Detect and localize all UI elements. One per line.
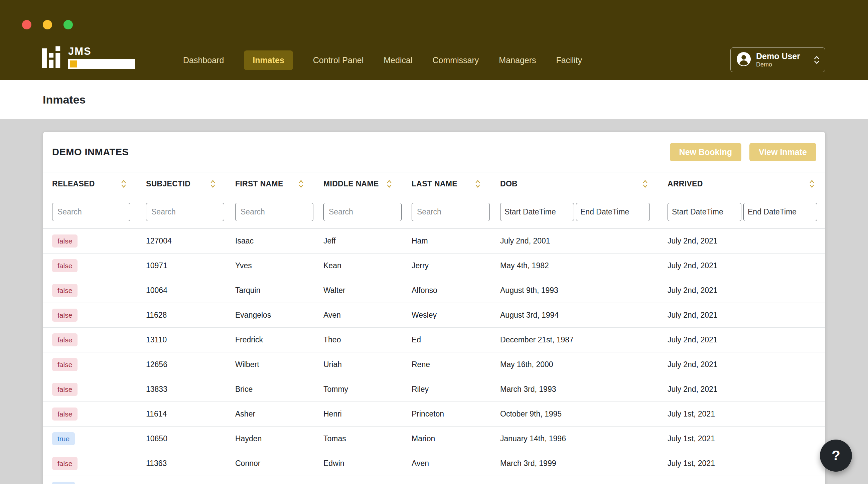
arrived-end-datetime-input[interactable] bbox=[743, 203, 817, 221]
last-name-cell: Jerry bbox=[403, 261, 491, 270]
column-header-middle[interactable]: MIDDLE NAME bbox=[314, 172, 403, 195]
released-badge: false bbox=[52, 457, 78, 470]
first-name-cell: Yves bbox=[226, 261, 314, 270]
last-name-cell: Princeton bbox=[403, 410, 491, 419]
column-header-first[interactable]: FIRST NAME bbox=[226, 172, 314, 195]
nav-item-commissary[interactable]: Commissary bbox=[432, 56, 479, 65]
table-row[interactable]: true bbox=[43, 476, 825, 484]
card-header: DEMO INMATES New Booking View Inmate bbox=[43, 132, 825, 172]
subjectid-cell: 10971 bbox=[137, 261, 226, 270]
column-header-released[interactable]: RELEASED bbox=[43, 172, 137, 195]
first-name-search-input[interactable] bbox=[235, 203, 313, 221]
dob-end-datetime-input[interactable] bbox=[576, 203, 650, 221]
column-header-dob[interactable]: DOB bbox=[491, 172, 658, 195]
released-cell: false bbox=[43, 309, 137, 322]
arrived-filter-cell bbox=[658, 203, 825, 221]
last-name-cell: Alfonso bbox=[403, 286, 491, 295]
window-maximize-button[interactable] bbox=[63, 20, 73, 29]
released-search-input[interactable] bbox=[52, 203, 130, 221]
column-header-subjectid[interactable]: SUBJECTID bbox=[137, 172, 226, 195]
window-minimize-button[interactable] bbox=[43, 20, 52, 29]
released-cell: false bbox=[43, 234, 137, 248]
nav-item-control-panel[interactable]: Control Panel bbox=[313, 56, 364, 65]
subjectid-cell: 12656 bbox=[137, 360, 226, 369]
first-name-cell: Tarquin bbox=[226, 286, 314, 295]
table-row[interactable]: false12656WilbertUriahReneMay 16th, 2000… bbox=[43, 352, 825, 377]
column-header-last[interactable]: LAST NAME bbox=[403, 172, 491, 195]
subjectid-search-input[interactable] bbox=[146, 203, 224, 221]
table-row[interactable]: false13833BriceTommyRileyMarch 3rd, 1993… bbox=[43, 377, 825, 402]
page-title-bar: Inmates bbox=[0, 80, 868, 119]
inmates-table: RELEASEDSUBJECTIDFIRST NAMEMIDDLE NAMELA… bbox=[43, 172, 825, 484]
last-name-cell: Wesley bbox=[403, 311, 491, 320]
nav-item-dashboard[interactable]: Dashboard bbox=[183, 56, 224, 65]
view-inmate-button[interactable]: View Inmate bbox=[749, 143, 816, 161]
column-label: ARRIVED bbox=[668, 180, 703, 188]
released-badge: false bbox=[52, 309, 78, 322]
middle-name-cell: Theo bbox=[314, 335, 403, 344]
middle-name-search-input[interactable] bbox=[323, 203, 402, 221]
middle-name-cell: Edwin bbox=[314, 459, 403, 468]
inmates-card: DEMO INMATES New Booking View Inmate REL… bbox=[43, 132, 826, 484]
table-row[interactable]: false11628EvangelosAvenWesleyAugust 3rd,… bbox=[43, 303, 825, 328]
nav-item-medical[interactable]: Medical bbox=[383, 56, 412, 65]
released-badge: false bbox=[52, 259, 78, 272]
card-title: DEMO INMATES bbox=[52, 147, 129, 158]
subjectid-cell: 13110 bbox=[137, 335, 226, 344]
first-name-cell: Brice bbox=[226, 385, 314, 394]
released-cell: true bbox=[43, 482, 137, 484]
last-name-cell: Rene bbox=[403, 360, 491, 369]
released-cell: false bbox=[43, 408, 137, 421]
nav-item-facility[interactable]: Facility bbox=[556, 56, 582, 65]
subjectid-cell: 11614 bbox=[137, 410, 226, 419]
released-cell: true bbox=[43, 432, 137, 445]
last-name-search-input[interactable] bbox=[412, 203, 490, 221]
subjectid-cell: 11628 bbox=[137, 311, 226, 320]
card-actions: New Booking View Inmate bbox=[670, 143, 816, 161]
arrived-start-datetime-input[interactable] bbox=[668, 203, 741, 221]
dob-cell: December 21st, 1987 bbox=[491, 335, 658, 344]
nav-item-managers[interactable]: Managers bbox=[499, 56, 536, 65]
user-role: Demo bbox=[756, 61, 809, 67]
logo-underline-bar bbox=[68, 59, 135, 69]
new-booking-button[interactable]: New Booking bbox=[670, 143, 741, 161]
brand-name: JMS bbox=[68, 46, 135, 57]
dob-cell: January 14th, 1996 bbox=[491, 434, 658, 443]
released-cell: false bbox=[43, 284, 137, 297]
arrived-cell: July 2nd, 2021 bbox=[658, 236, 825, 246]
table-row[interactable]: false11363ConnorEdwinAvenMarch 3rd, 1999… bbox=[43, 451, 825, 476]
last-name-filter-cell bbox=[403, 203, 491, 221]
dob-cell: May 16th, 2000 bbox=[491, 360, 658, 369]
arrived-cell: July 2nd, 2021 bbox=[658, 360, 825, 369]
nav-item-inmates[interactable]: Inmates bbox=[244, 51, 293, 70]
dob-cell: October 9th, 1995 bbox=[491, 410, 658, 419]
arrived-cell: July 2nd, 2021 bbox=[658, 286, 825, 295]
sort-icon bbox=[210, 180, 216, 188]
main-nav: DashboardInmatesControl PanelMedicalComm… bbox=[183, 50, 582, 71]
window-controls bbox=[22, 20, 73, 29]
help-button[interactable]: ? bbox=[820, 440, 852, 472]
table-row[interactable]: false13110FredrickTheoEdDecember 21st, 1… bbox=[43, 328, 825, 352]
column-label: LAST NAME bbox=[412, 180, 457, 188]
window-close-button[interactable] bbox=[22, 20, 31, 29]
released-cell: false bbox=[43, 333, 137, 346]
subjectid-filter-cell bbox=[137, 203, 226, 221]
table-row[interactable]: false127004IsaacJeffHamJuly 2nd, 2001Jul… bbox=[43, 229, 825, 254]
jms-logo[interactable]: JMS bbox=[42, 46, 135, 69]
table-row[interactable]: false10064TarquinWalterAlfonsoAugust 9th… bbox=[43, 278, 825, 303]
logo-gold-square bbox=[70, 61, 77, 67]
column-label: DOB bbox=[500, 180, 518, 188]
column-label: MIDDLE NAME bbox=[323, 180, 379, 188]
user-menu[interactable]: Demo User Demo bbox=[730, 47, 825, 72]
table-row[interactable]: false10971YvesKeanJerryMay 4th, 1982July… bbox=[43, 254, 825, 278]
table-row[interactable]: true10650HaydenTomasMarionJanuary 14th, … bbox=[43, 426, 825, 451]
column-header-arrived[interactable]: ARRIVED bbox=[658, 172, 825, 195]
table-row[interactable]: false11614AsherHenriPrincetonOctober 9th… bbox=[43, 402, 825, 426]
arrived-cell: July 2nd, 2021 bbox=[658, 261, 825, 270]
table-body: false127004IsaacJeffHamJuly 2nd, 2001Jul… bbox=[43, 229, 825, 484]
dob-cell: March 3rd, 1999 bbox=[491, 459, 658, 468]
middle-name-cell: Tommy bbox=[314, 385, 403, 394]
user-info: Demo User Demo bbox=[756, 52, 809, 67]
dob-start-datetime-input[interactable] bbox=[500, 203, 574, 221]
middle-name-cell: Uriah bbox=[314, 360, 403, 369]
